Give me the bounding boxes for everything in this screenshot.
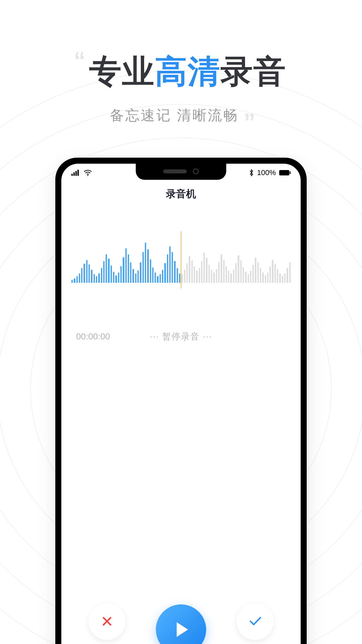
headline-part3: 录音 [221,53,286,89]
play-icon [177,622,188,637]
subtitle-row: 备忘速记 清晰流畅 ” [0,106,362,133]
waveform-area[interactable] [61,237,301,283]
quote-open-icon: “ [74,47,85,73]
recording-status: ··· 暂停录音 ··· [150,331,212,342]
svg-rect-3 [77,170,79,176]
phone-mockup: 100% 录音机 00:00:00 ··· 暂停录音 ··· ✕ 取消 [55,158,307,644]
check-icon [247,613,263,630]
headline-part1: 专业 [89,53,155,89]
signal-icon [71,170,80,176]
wifi-icon [83,169,92,176]
headline-accent: 高清 [155,53,221,89]
quote-close-icon: ” [244,109,255,135]
close-icon: ✕ [101,614,114,629]
svg-rect-0 [71,174,73,176]
cancel-button[interactable]: ✕ 取消 [88,603,125,644]
subtitle: 备忘速记 清晰流畅 [110,107,239,123]
svg-rect-2 [75,171,77,176]
svg-rect-6 [290,171,291,174]
play-button[interactable] [156,604,206,644]
bluetooth-icon [249,169,254,176]
phone-notch [136,164,226,180]
svg-rect-1 [73,172,75,176]
app-title: 录音机 [61,187,301,201]
waveform-upcoming [181,237,291,283]
phone-screen: 100% 录音机 00:00:00 ··· 暂停录音 ··· ✕ 取消 [61,164,301,644]
headline: “ 专业高清录音 [0,50,362,94]
recording-time: 00:00:00 [76,331,110,342]
battery-icon [279,170,291,175]
save-button[interactable]: 保存 [237,603,274,644]
battery-percent: 100% [257,168,276,177]
waveform-recorded [71,237,181,283]
svg-point-4 [87,175,88,176]
svg-rect-5 [279,170,289,175]
action-bar: ✕ 取消 保存 [61,603,301,644]
